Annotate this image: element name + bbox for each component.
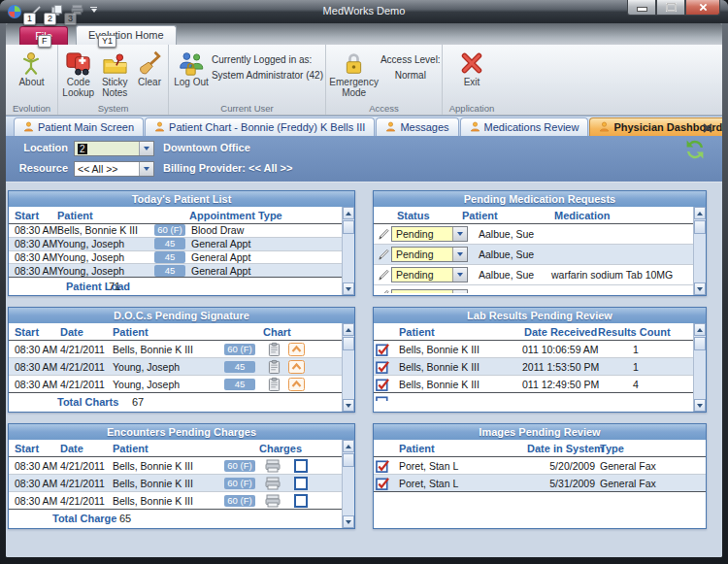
- scroll-thumb[interactable]: [694, 220, 706, 234]
- sign-chart-icon[interactable]: [288, 378, 305, 391]
- logged-in-line2: System Administrator (42): [212, 68, 323, 83]
- about-button[interactable]: About: [17, 48, 46, 89]
- sticky-notes-button[interactable]: Sticky Notes: [97, 48, 134, 99]
- scroll-up-icon[interactable]: [694, 207, 706, 219]
- status-dropdown-arrow-icon[interactable]: [452, 227, 467, 241]
- charges-checkbox[interactable]: [294, 477, 308, 490]
- emergency-mode-button[interactable]: Emergency Mode: [327, 48, 381, 99]
- scroll-up-icon[interactable]: [694, 323, 706, 336]
- chart-clipboard-icon[interactable]: [268, 377, 281, 391]
- scrollbar[interactable]: [342, 440, 354, 528]
- edit-pencil-icon[interactable]: [377, 268, 391, 282]
- mark-reviewed-icon[interactable]: [376, 377, 390, 391]
- maximize-button[interactable]: [656, 0, 685, 16]
- status-dropdown-arrow-icon[interactable]: [452, 268, 467, 282]
- location-dropdown[interactable]: 2: [74, 141, 154, 156]
- table-row[interactable]: 08:30 AM Young, Joseph 45 General Appt: [9, 251, 342, 265]
- charges-printer-icon[interactable]: [265, 477, 281, 490]
- chart-clipboard-icon[interactable]: [268, 359, 281, 374]
- table-row[interactable]: Bells, Bonnie K III 011 12:49:50 PM 4: [374, 376, 693, 393]
- cell-date: 4/21/2011: [60, 495, 105, 507]
- status-dropdown[interactable]: Pending: [391, 267, 468, 282]
- scroll-down-icon[interactable]: [343, 399, 354, 412]
- scroll-thumb[interactable]: [343, 220, 354, 234]
- resource-dropdown[interactable]: << All >>: [74, 161, 154, 177]
- charges-printer-icon[interactable]: [265, 494, 281, 508]
- exit-button[interactable]: Exit: [457, 48, 486, 89]
- table-row[interactable]: Pending Aalbue, Sue: [374, 224, 693, 245]
- tab-messages[interactable]: Messages: [376, 117, 458, 136]
- table-row[interactable]: 08:30 AM Young, Joseph 45 General Appt: [9, 264, 342, 278]
- status-dropdown-arrow-icon[interactable]: [452, 248, 467, 261]
- mark-reviewed-icon[interactable]: [376, 342, 390, 356]
- status-dropdown[interactable]: Pending: [391, 226, 468, 242]
- table-row[interactable]: Bells, Bonnie K III 011 10:06:59 AM 1: [374, 341, 693, 358]
- scroll-down-icon[interactable]: [343, 515, 354, 528]
- chart-clipboard-icon[interactable]: [268, 342, 281, 356]
- cell-patient: Bells, Bonnie K III: [399, 361, 480, 373]
- table-row[interactable]: Bells, Bonnie K III 2011 1:53:50 PM 1: [374, 358, 693, 376]
- charges-printer-icon[interactable]: [265, 459, 281, 473]
- scrollbar[interactable]: [342, 323, 354, 412]
- panel-pending-medication-requests: Pending Medication Requests Status Patie…: [373, 190, 707, 296]
- table-row[interactable]: 08:30 AM Bells, Bonnie K III 60 (F) Bloo…: [9, 224, 342, 238]
- table-row[interactable]: 08:30 AM 4/21/2011 Bells, Bonnie K III 6…: [9, 341, 342, 358]
- tab-patient-main-screen[interactable]: Patient Main Screen: [14, 117, 144, 136]
- table-row[interactable]: Pending Aalbue, Sue: [374, 245, 693, 265]
- location-dropdown-arrow-icon[interactable]: [139, 142, 153, 155]
- sign-chart-icon[interactable]: [288, 343, 305, 356]
- table-row[interactable]: 08:30 AM Young, Joseph 45 General Appt: [9, 238, 342, 251]
- tab-medications-review[interactable]: Medications Review: [460, 117, 589, 136]
- scroll-down-icon[interactable]: [694, 399, 706, 412]
- scroll-down-icon[interactable]: [343, 282, 354, 295]
- log-out-button[interactable]: Log Out: [171, 48, 212, 89]
- clear-button[interactable]: Clear: [133, 48, 166, 89]
- mark-reviewed-icon[interactable]: [376, 359, 390, 374]
- sign-chart-icon[interactable]: [288, 360, 305, 374]
- mark-reviewed-icon[interactable]: [376, 476, 390, 490]
- mark-reviewed-icon[interactable]: [376, 458, 390, 473]
- table-row[interactable]: 08:30 AM 4/21/2011 Bells, Bonnie K III 6…: [9, 475, 342, 492]
- table-row[interactable]: Poret, Stan L 5/31/2009 General Fax: [374, 475, 706, 492]
- edit-pencil-icon[interactable]: [377, 227, 391, 242]
- table-row-partial[interactable]: [374, 285, 693, 293]
- table-row[interactable]: 08:30 AM 4/21/2011 Young, Joseph 45: [9, 358, 342, 376]
- cell-date: 5/31/2009: [510, 478, 595, 489]
- close-button[interactable]: [685, 0, 720, 16]
- table-row[interactable]: Poret, Stan L 5/20/2009 General Fax: [374, 457, 706, 475]
- group-label-current-user: Current User: [169, 103, 325, 114]
- charges-checkbox[interactable]: [294, 459, 308, 473]
- table-row-partial[interactable]: [374, 393, 693, 401]
- minimize-button[interactable]: [627, 0, 656, 16]
- scroll-down-icon[interactable]: [694, 282, 706, 295]
- scroll-thumb[interactable]: [343, 453, 354, 467]
- panel-footer: Patient Load 71: [9, 278, 354, 295]
- table-row[interactable]: 08:30 AM 4/21/2011 Bells, Bonnie K III 6…: [9, 457, 342, 475]
- scroll-up-icon[interactable]: [343, 207, 354, 219]
- scrollbar[interactable]: [693, 207, 706, 295]
- refresh-button[interactable]: [683, 138, 707, 161]
- emergency-mode-label: Emergency Mode: [329, 78, 379, 98]
- cell-date: 4/21/2011: [60, 379, 105, 390]
- scroll-up-icon[interactable]: [343, 440, 354, 452]
- scrollbar[interactable]: [693, 323, 706, 412]
- edit-pencil-icon[interactable]: [377, 248, 391, 262]
- code-lookup-button[interactable]: Code Lookup: [60, 48, 97, 99]
- scroll-thumb[interactable]: [343, 337, 354, 350]
- resource-label: Resource: [14, 162, 68, 174]
- tab-patient-chart[interactable]: Patient Chart - Bonnie (Freddy) K Bells …: [145, 117, 375, 136]
- table-row[interactable]: Pending Aalbue, Sue warfarin sodium Tab …: [374, 265, 693, 285]
- tabstrip-close-icon[interactable]: [702, 120, 714, 133]
- evolution-home-tab[interactable]: Evolution Home: [76, 25, 177, 45]
- scroll-up-icon[interactable]: [343, 323, 354, 336]
- cell-date: 011 10:06:59 AM: [522, 344, 599, 355]
- status-dropdown[interactable]: Pending: [391, 247, 468, 262]
- scrollbar[interactable]: [342, 207, 354, 295]
- table-row[interactable]: 08:30 AM 4/21/2011 Bells, Bonnie K III 6…: [9, 492, 342, 510]
- scroll-thumb[interactable]: [694, 337, 706, 350]
- screen: MedWorks Demo 1 2 3 File Evolution Home …: [0, 0, 728, 564]
- resource-dropdown-arrow-icon[interactable]: [139, 162, 153, 176]
- table-row[interactable]: 08:30 AM 4/21/2011 Young, Joseph 45: [9, 376, 342, 393]
- charges-checkbox[interactable]: [294, 494, 308, 508]
- group-label-evolution: Evolution: [6, 103, 57, 114]
